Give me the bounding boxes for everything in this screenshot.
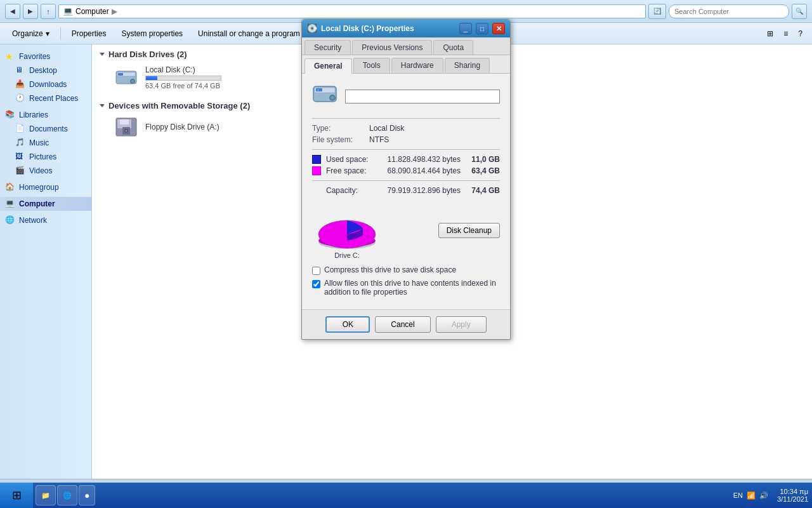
favorites-label: Favorites <box>19 52 50 61</box>
tab-security[interactable]: Security <box>304 40 351 55</box>
used-space-row: Used space: 11.828.498.432 bytes 11,0 GB <box>312 155 500 164</box>
properties-dialog[interactable]: 💽 Local Disk (C:) Properties _ □ ✕ Secur… <box>301 19 511 340</box>
hard-disk-arrow <box>100 53 105 56</box>
dialog-minimize-button[interactable]: _ <box>459 23 472 34</box>
address-icon: 💻 <box>63 6 73 16</box>
index-checkbox[interactable] <box>312 280 320 288</box>
apply-button[interactable]: Apply <box>436 316 487 333</box>
floppy-icon <box>114 117 139 137</box>
dialog-close-button[interactable]: ✕ <box>492 23 505 34</box>
drive-name-input[interactable] <box>345 90 500 104</box>
ok-button[interactable]: OK <box>325 316 370 333</box>
dialog-title-bar[interactable]: 💽 Local Disk (C:) Properties _ □ ✕ <box>302 20 510 37</box>
uninstall-label: Uninstall or change a program <box>198 29 300 38</box>
capacity-bytes: 79.919.312.896 bytes <box>383 186 468 195</box>
sidebar-libraries-header[interactable]: 📚 Libraries <box>0 108 91 122</box>
sidebar-item-homegroup[interactable]: 🏠 Homegroup <box>0 180 91 194</box>
search-input[interactable] <box>674 8 783 15</box>
back-button[interactable]: ◀ <box>5 4 20 19</box>
pictures-icon: 🖼 <box>15 152 25 162</box>
sidebar-item-downloads[interactable]: 📥 Downloads <box>0 77 91 91</box>
drive-c-fill <box>146 76 157 80</box>
pie-chart <box>312 201 382 249</box>
downloads-label: Downloads <box>29 80 67 89</box>
free-gb: 63,4 GB <box>468 166 500 175</box>
tab-quota[interactable]: Quota <box>433 40 473 55</box>
free-label: Free space: <box>326 166 383 175</box>
pictures-label: Pictures <box>29 152 56 161</box>
address-separator: ▶ <box>112 7 117 16</box>
address-path[interactable]: 💻 Computer ▶ <box>58 4 646 18</box>
view-list-button[interactable]: ≡ <box>779 25 792 42</box>
view-mode-button[interactable]: ⊞ <box>763 25 778 42</box>
svg-rect-4 <box>118 73 123 76</box>
dialog-maximize-button[interactable]: □ <box>476 23 488 34</box>
type-value: Local Disk <box>369 124 404 133</box>
drive-c-bar <box>145 76 221 81</box>
libraries-section: 📚 Libraries 📄 Documents 🎵 Music 🖼 Pictur… <box>0 108 91 178</box>
tab-previous-versions[interactable]: Previous Versions <box>352 40 432 55</box>
taskbar-item-explorer[interactable]: 📁 <box>36 485 56 505</box>
videos-icon: 🎬 <box>15 166 25 176</box>
tab-hardware[interactable]: Hardware <box>391 58 443 73</box>
filesystem-value: NTFS <box>369 135 389 144</box>
sidebar-favorites-header[interactable]: ★ Favorites <box>0 50 91 64</box>
taskbar-item-chrome[interactable]: ● <box>79 485 95 505</box>
taskbar-clock[interactable]: 10:34 πμ 3/11/2021 <box>773 488 812 503</box>
network-section: 🌐 Network <box>0 213 91 227</box>
system-properties-button[interactable]: System properties <box>114 25 190 42</box>
sidebar-item-network[interactable]: 🌐 Network <box>0 213 91 227</box>
dialog-title-text: Local Disk (C:) Properties <box>321 24 455 33</box>
refresh-button[interactable]: 🔄 <box>648 4 666 19</box>
organize-button[interactable]: Organize ▾ <box>5 25 56 42</box>
forward-button[interactable]: ▶ <box>23 4 38 19</box>
recent-label: Recent Places <box>29 94 78 103</box>
sidebar-item-pictures[interactable]: 🖼 Pictures <box>0 150 91 164</box>
used-bytes: 11.828.498.432 bytes <box>383 155 468 164</box>
star-icon: ★ <box>5 51 15 62</box>
capacity-label: Capacity: <box>326 186 383 195</box>
clock-date: 3/11/2021 <box>777 495 808 503</box>
sidebar-item-recent[interactable]: 🕐 Recent Places <box>0 91 91 105</box>
documents-label: Documents <box>29 124 68 133</box>
up-button[interactable]: ↑ <box>41 4 56 19</box>
desktop-icon: 🖥 <box>15 65 25 76</box>
properties-button[interactable]: Properties <box>65 25 114 42</box>
search-box[interactable] <box>669 4 789 18</box>
tray-volume-icon: 🔊 <box>759 491 768 500</box>
tray-network-icon: 📶 <box>747 491 756 500</box>
help-button[interactable]: ? <box>794 25 807 42</box>
sidebar-item-computer[interactable]: 💻 Computer <box>0 197 91 211</box>
sidebar-item-documents[interactable]: 📄 Documents <box>0 122 91 136</box>
start-button[interactable]: ⊞ <box>0 483 33 508</box>
uninstall-button[interactable]: Uninstall or change a program <box>191 25 307 42</box>
svg-point-25 <box>318 220 376 248</box>
sidebar-item-music[interactable]: 🎵 Music <box>0 136 91 150</box>
clock-time: 10:34 πμ <box>777 488 808 495</box>
compress-checkbox[interactable] <box>312 267 320 275</box>
sidebar-item-videos[interactable]: 🎬 Videos <box>0 164 91 178</box>
compress-label: Compress this drive to save disk space <box>324 265 456 274</box>
view-controls: ⊞ ≡ ? <box>763 25 807 42</box>
search-button[interactable]: 🔍 <box>792 4 807 19</box>
svg-point-3 <box>131 80 134 83</box>
hdd-icon <box>114 67 139 88</box>
tab-tools[interactable]: Tools <box>353 58 390 73</box>
free-bytes: 68.090.814.464 bytes <box>383 166 468 175</box>
tab-sharing[interactable]: Sharing <box>445 58 490 73</box>
dialog-general-content: Type: Local Disk File system: NTFS Used … <box>302 74 510 309</box>
pie-container: Drive C: <box>312 201 382 259</box>
pie-area: Drive C: Disk Cleanup <box>312 201 500 259</box>
organize-label: Organize <box>12 29 43 38</box>
capacity-spacer <box>312 186 321 195</box>
sidebar-item-desktop[interactable]: 🖥 Desktop <box>0 64 91 77</box>
taskbar-explorer-icon: 📁 <box>41 491 50 500</box>
tab-general[interactable]: General <box>304 58 352 74</box>
taskbar-item-ie[interactable]: 🌐 <box>57 485 77 505</box>
documents-icon: 📄 <box>15 124 25 134</box>
cancel-button[interactable]: Cancel <box>375 316 430 333</box>
hard-disk-title: Hard Disk Drives (2) <box>108 50 187 59</box>
disk-cleanup-button[interactable]: Disk Cleanup <box>438 223 500 238</box>
removable-title: Devices with Removable Storage (2) <box>108 101 250 110</box>
filesystem-row: File system: NTFS <box>312 135 500 144</box>
